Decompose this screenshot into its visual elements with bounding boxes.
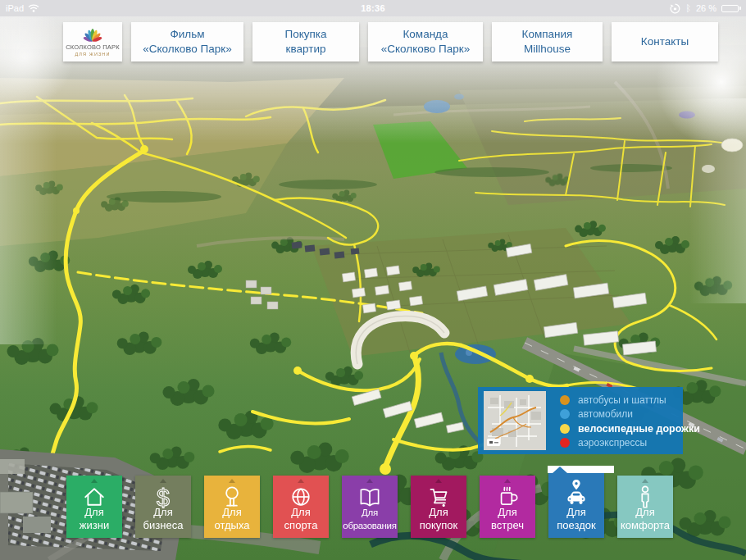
tab-label: Покупка bbox=[284, 27, 326, 42]
tile-label-line2: жизни bbox=[66, 519, 122, 532]
yellow-dot bbox=[560, 424, 570, 434]
callout-notch bbox=[553, 467, 567, 473]
legend-item-buses-shuttles[interactable]: автобусы и шаттлы bbox=[560, 393, 700, 407]
logo-title: СКОЛКОВО ПАРК bbox=[66, 43, 120, 51]
tile-for-sport[interactable]: Для спорта bbox=[273, 476, 329, 538]
tab-label: Компания bbox=[522, 27, 573, 42]
tile-label-line1: Для bbox=[480, 506, 535, 519]
logo-subtitle: ДЛЯ ЖИЗНИ bbox=[75, 52, 110, 57]
tab-label: Команда bbox=[403, 27, 448, 42]
tab-buy-apartments[interactable]: Покупка квартир bbox=[252, 22, 359, 61]
rotation-lock-icon bbox=[670, 3, 680, 14]
ios-status-bar: iPad 18:36 ᛒ 26 % bbox=[0, 0, 746, 16]
tab-team-skolkovo-park[interactable]: Команда «Сколково Парк» bbox=[368, 22, 483, 61]
legend-label: велосипедные дорожки bbox=[578, 423, 700, 435]
selected-tile-callout bbox=[548, 466, 614, 473]
red-dot bbox=[560, 438, 570, 448]
tile-label-line2: покупок bbox=[411, 519, 466, 532]
tile-label-line1: Для bbox=[135, 506, 191, 519]
tile-for-shopping[interactable]: Для покупок bbox=[411, 476, 466, 538]
status-time: 18:36 bbox=[0, 0, 746, 16]
tile-label-line1: Для bbox=[411, 506, 466, 519]
battery-percent: 26 % bbox=[696, 3, 716, 13]
legend-label: аэроэкспрессы bbox=[578, 437, 647, 448]
logo-tile[interactable]: СКОЛКОВО ПАРК ДЛЯ ЖИЗНИ bbox=[63, 22, 122, 61]
tile-label-line2: образования bbox=[342, 519, 398, 532]
category-tiles: Для жизни $ Для бизнеса Для отдыха bbox=[66, 476, 673, 538]
blue-dot bbox=[560, 409, 570, 419]
route-minimap bbox=[484, 391, 546, 450]
tab-label: «Сколково Парк» bbox=[143, 42, 231, 57]
legend-item-bike-paths[interactable]: велосипедные дорожки bbox=[560, 421, 700, 436]
battery-icon bbox=[721, 5, 741, 12]
tile-label-line1: Для bbox=[273, 506, 329, 519]
legend-item-cars[interactable]: автомобили bbox=[560, 407, 700, 422]
car-icon bbox=[562, 478, 590, 508]
bluetooth-icon: ᛒ bbox=[685, 0, 691, 16]
transport-legend: автобусы и шаттлы автомобили велосипедны… bbox=[478, 387, 683, 454]
tile-label-line1: Для bbox=[66, 506, 122, 519]
orange-dot bbox=[560, 395, 570, 405]
legend-label: автобусы и шаттлы bbox=[578, 394, 666, 406]
legend-label: автомобили bbox=[578, 408, 633, 420]
lotus-flower-icon bbox=[82, 28, 103, 42]
legend-items: автобусы и шаттлы автомобили велосипедны… bbox=[560, 393, 700, 450]
tile-label-line2: поездок bbox=[548, 519, 604, 532]
tile-label-line1: Для bbox=[342, 506, 398, 519]
tile-for-comfort[interactable]: Для комфорта bbox=[617, 476, 673, 538]
tab-label: Millhouse bbox=[524, 42, 571, 57]
tab-contacts[interactable]: Контакты bbox=[612, 22, 718, 61]
tile-for-meetings[interactable]: Для встреч bbox=[480, 476, 535, 538]
tile-label-line1: Для bbox=[617, 506, 673, 519]
tile-label-line2: комфорта bbox=[617, 519, 673, 532]
tile-for-education[interactable]: Для образования bbox=[342, 476, 398, 538]
tile-label-line2: спорта bbox=[273, 519, 329, 532]
tab-label: Фильм bbox=[171, 27, 205, 42]
tile-for-leisure[interactable]: Для отдыха bbox=[204, 476, 260, 538]
tile-label-line1: Для bbox=[204, 506, 260, 519]
tile-label-line2: отдыха bbox=[204, 519, 260, 532]
tab-label: «Сколково Парк» bbox=[381, 42, 470, 57]
tile-for-trips[interactable]: Для поездок bbox=[548, 473, 604, 538]
tile-for-business[interactable]: $ Для бизнеса bbox=[135, 476, 191, 538]
tab-film-skolkovo-park[interactable]: Фильм «Сколково Парк» bbox=[131, 22, 243, 61]
skolkovo-park-app: iPad 18:36 ᛒ 26 % bbox=[0, 0, 746, 560]
tab-label: Контакты bbox=[641, 34, 689, 49]
tab-label: квартир bbox=[286, 42, 326, 57]
tile-label-line1: Для bbox=[548, 506, 604, 519]
tile-label-line2: бизнеса bbox=[135, 519, 191, 532]
tab-millhouse-company[interactable]: Компания Millhouse bbox=[492, 22, 603, 61]
legend-item-aeroexpress[interactable]: аэроэкспрессы bbox=[560, 436, 700, 451]
top-navigation: СКОЛКОВО ПАРК ДЛЯ ЖИЗНИ Фильм «Сколково … bbox=[63, 22, 718, 61]
tile-for-life[interactable]: Для жизни bbox=[66, 476, 122, 538]
tile-label-line2: встреч bbox=[480, 519, 535, 532]
